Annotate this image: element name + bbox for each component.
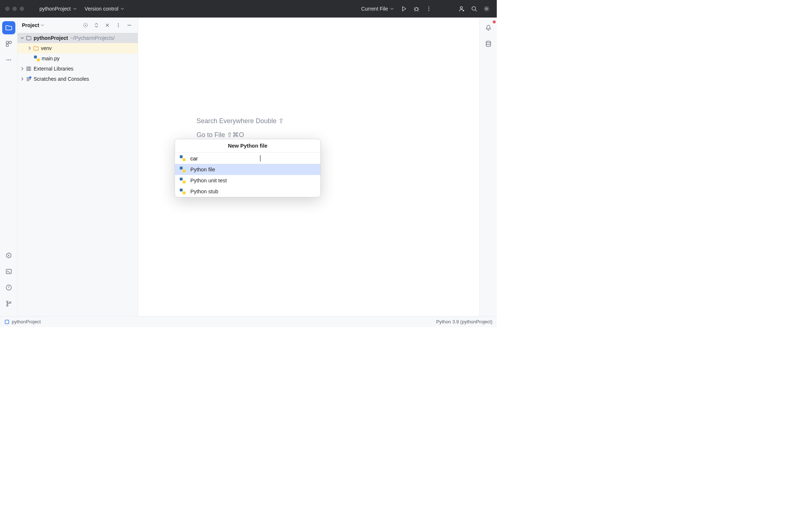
svg-point-27: [486, 41, 491, 43]
project-panel-title-label: Project: [22, 22, 39, 28]
chevron-right-icon[interactable]: [26, 46, 33, 50]
tree-main-node[interactable]: main.py: [18, 53, 138, 64]
chevron-down-icon: [121, 7, 124, 11]
more-tools-button[interactable]: [2, 53, 15, 66]
vcs-dropdown[interactable]: Version control: [82, 4, 127, 13]
left-tool-rail: [0, 18, 18, 316]
more-vertical-icon: [116, 23, 121, 28]
sort-icon: [94, 23, 99, 28]
chevron-down-icon[interactable]: [19, 36, 26, 40]
settings-button[interactable]: [481, 4, 492, 14]
tree-root-node[interactable]: pythonProject~/PycharmProjects/: [18, 33, 138, 43]
problems-tool-button[interactable]: [2, 281, 15, 294]
library-icon: [26, 65, 32, 72]
svg-point-17: [9, 302, 11, 303]
popup-option-python-file[interactable]: Python file: [175, 164, 320, 175]
close-icon: [105, 23, 110, 27]
hide-button[interactable]: [103, 21, 111, 29]
minimize-panel-button[interactable]: [125, 21, 133, 29]
folder-icon: [5, 24, 12, 31]
hint-goto-file: Go to File ⇧⌘O: [197, 131, 284, 139]
debug-button[interactable]: [411, 4, 422, 14]
search-icon: [471, 5, 477, 12]
svg-point-1: [428, 7, 430, 8]
status-project-label[interactable]: pythonProject: [12, 319, 41, 324]
editor-area: Search Everywhere Double ⇧ Go to File ⇧⌘…: [138, 18, 479, 316]
services-tool-button[interactable]: [2, 249, 15, 262]
run-config-label: Current File: [361, 6, 388, 12]
svg-point-26: [29, 76, 31, 79]
svg-point-21: [118, 25, 119, 26]
python-file-icon: [179, 166, 186, 173]
tree-venv-node[interactable]: venv: [18, 43, 138, 53]
panel-options-button[interactable]: [114, 21, 122, 29]
tree-scratches-node[interactable]: Scratches and Consoles: [18, 74, 138, 84]
svg-point-10: [6, 60, 7, 61]
right-tool-rail: [479, 18, 497, 316]
git-branch-icon: [5, 300, 12, 307]
svg-rect-7: [6, 41, 8, 43]
svg-point-5: [472, 7, 476, 10]
run-button[interactable]: [399, 4, 409, 14]
vcs-tool-button[interactable]: [2, 297, 15, 310]
notifications-tool-button[interactable]: [482, 21, 495, 34]
main-area: Project pythonProject~/PycharmProjects/ …: [0, 18, 497, 316]
svg-point-15: [7, 301, 8, 303]
svg-point-11: [8, 60, 9, 61]
status-interpreter-label[interactable]: Python 3.9 (pythonProject): [436, 319, 492, 324]
tree-venv-label: venv: [41, 45, 52, 51]
bug-icon: [413, 6, 419, 12]
svg-point-16: [7, 305, 8, 306]
services-icon: [5, 252, 12, 259]
search-everywhere-button[interactable]: [469, 4, 479, 14]
terminal-tool-button[interactable]: [2, 265, 15, 278]
module-icon: [4, 319, 9, 324]
popup-filename-input[interactable]: [190, 155, 260, 162]
popup-options-list: Python file Python unit test Python stub: [175, 164, 320, 197]
project-panel-title[interactable]: Project: [22, 22, 44, 28]
chevron-down-icon: [390, 7, 394, 11]
close-dot[interactable]: [5, 7, 9, 11]
popup-option-python-unit-test[interactable]: Python unit test: [175, 175, 320, 186]
project-panel-header: Project: [18, 18, 138, 33]
select-opened-file-button[interactable]: [81, 21, 89, 29]
title-bar: pythonProject Version control Current Fi…: [0, 0, 497, 18]
tree-root-label: pythonProject: [34, 35, 68, 41]
expand-collapse-button[interactable]: [92, 21, 100, 29]
terminal-icon: [5, 268, 12, 275]
project-tool-button[interactable]: [2, 21, 15, 34]
warning-circle-icon: [5, 284, 12, 291]
minimize-icon: [127, 23, 132, 28]
tree-external-libraries-label: External Libraries: [34, 66, 73, 72]
window-controls[interactable]: [5, 7, 24, 11]
code-with-me-button[interactable]: [457, 4, 467, 14]
chevron-down-icon: [73, 7, 77, 11]
python-file-icon: [179, 188, 186, 195]
python-file-icon: [34, 55, 40, 62]
python-file-icon: [179, 155, 186, 162]
database-icon: [485, 41, 492, 47]
more-button[interactable]: [424, 4, 434, 14]
svg-rect-9: [6, 44, 8, 46]
popup-option-python-stub[interactable]: Python stub: [175, 186, 320, 197]
run-config-dropdown[interactable]: Current File: [358, 4, 397, 13]
tree-external-libraries-node[interactable]: External Libraries: [18, 64, 138, 74]
project-name-dropdown[interactable]: pythonProject: [37, 4, 80, 13]
structure-tool-button[interactable]: [2, 37, 15, 50]
chevron-right-icon[interactable]: [19, 67, 26, 71]
folder-excluded-icon: [33, 45, 39, 52]
minimize-dot[interactable]: [12, 7, 17, 11]
chevron-right-icon[interactable]: [19, 77, 26, 81]
popup-input-row[interactable]: [175, 153, 320, 164]
project-tree[interactable]: pythonProject~/PycharmProjects/ venv mai…: [18, 33, 138, 316]
svg-rect-8: [9, 41, 11, 43]
popup-option-label: Python unit test: [190, 178, 227, 183]
svg-point-2: [428, 8, 430, 10]
project-name-label: pythonProject: [39, 6, 71, 12]
zoom-dot[interactable]: [20, 7, 24, 11]
notification-badge: [493, 20, 496, 23]
bell-icon: [485, 24, 492, 31]
database-tool-button[interactable]: [482, 37, 495, 50]
scratches-icon: [26, 76, 32, 82]
svg-point-4: [460, 7, 462, 9]
